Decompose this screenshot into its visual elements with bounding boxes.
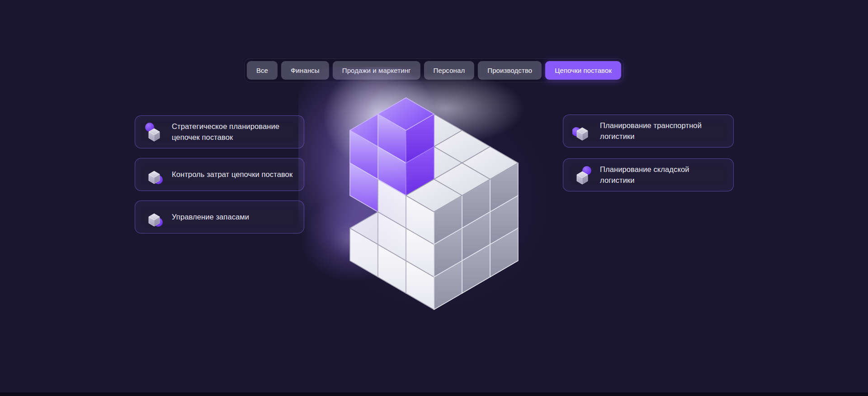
card-label: Управление запасами <box>172 212 249 222</box>
background-glow <box>271 45 597 353</box>
bottom-edge-strip <box>0 392 868 396</box>
cube-3d-icon <box>572 165 592 185</box>
card-transport-logistics[interactable]: Планирование транспортной логистики <box>563 115 734 148</box>
category-tabbar: Все Финансы Продажи и маркетинг Персонал… <box>244 58 624 82</box>
card-strategic-planning[interactable]: Стратегическое планирование цепочек пост… <box>135 115 304 148</box>
tab-sales-marketing[interactable]: Продажи и маркетинг <box>333 61 420 80</box>
isometric-cube-illustration <box>298 67 570 339</box>
card-label: Контроль затрат цепочки поставок <box>172 169 292 180</box>
card-label: Планирование транспортной логистики <box>600 120 724 142</box>
cube-3d-icon <box>144 165 164 185</box>
cube-3d-icon <box>572 121 592 141</box>
card-label: Планирование складской логистики <box>600 164 724 186</box>
left-card-list: Стратегическое планирование цепочек пост… <box>135 115 304 234</box>
tab-hr[interactable]: Персонал <box>424 61 475 80</box>
tab-all[interactable]: Все <box>247 61 278 80</box>
supply-chain-section: Все Финансы Продажи и маркетинг Персонал… <box>0 0 868 396</box>
tab-supply-chain[interactable]: Цепочки поставок <box>545 61 621 80</box>
card-warehouse-logistics[interactable]: Планирование складской логистики <box>563 158 734 191</box>
right-card-list: Планирование транспортной логистики План… <box>563 115 734 191</box>
cube-3d-icon <box>144 122 164 142</box>
purple-glow <box>298 67 524 282</box>
glow-wash <box>316 128 416 264</box>
cube-blocks <box>350 98 518 310</box>
cube-3d-icon <box>144 207 164 227</box>
card-inventory-management[interactable]: Управление запасами <box>135 200 304 234</box>
tab-production[interactable]: Производство <box>478 61 542 80</box>
tab-finance[interactable]: Финансы <box>281 61 329 80</box>
card-cost-control[interactable]: Контроль затрат цепочки поставок <box>135 158 304 191</box>
card-label: Стратегическое планирование цепочек пост… <box>172 121 295 143</box>
